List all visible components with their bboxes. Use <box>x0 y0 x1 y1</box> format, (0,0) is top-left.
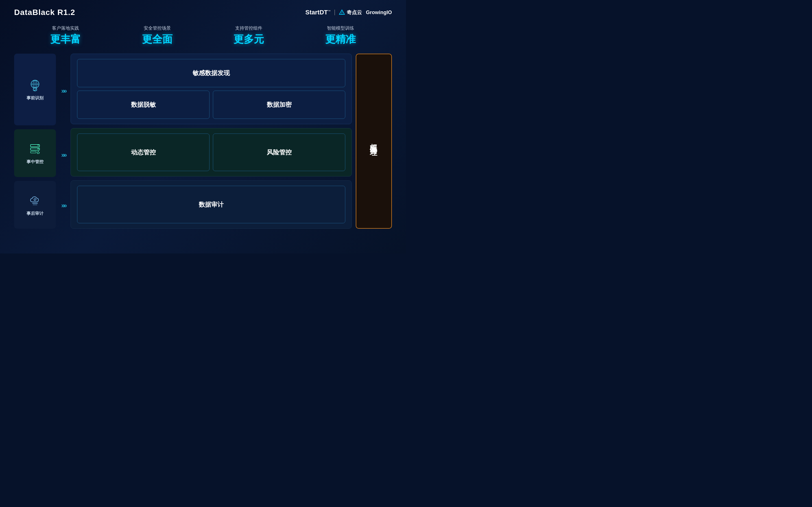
subtitle-large-2: 更多元 <box>233 33 264 46</box>
content-area: 事前识别 事中管控 <box>14 54 392 229</box>
header-right: StartDT™ 奇点云 GrowingIO <box>305 9 392 16</box>
left-panels: 事前识别 事中管控 <box>14 54 56 229</box>
subtitle-small-3: 智能模型训练 <box>327 25 354 31</box>
btn-risk-control[interactable]: 风险管控 <box>213 133 345 171</box>
svg-point-2 <box>342 13 342 14</box>
center-panels: 敏感数据发现 数据脱敏 数据加密 动态管控 风险管控 数据审计 <box>71 54 352 229</box>
arrow-post: »» <box>56 182 71 229</box>
server-hand-icon <box>28 142 42 156</box>
page-wrapper: DataBlack R1.2 StartDT™ 奇点云 GrowingIO 客户… <box>0 0 406 253</box>
subtitle-large-1: 更全面 <box>142 33 173 46</box>
lp-label-pre: 事前识别 <box>26 96 44 101</box>
subtitle-small-2: 支持管控组件 <box>235 25 262 31</box>
right-panel-label: 权限管理 <box>369 138 379 145</box>
btn-row-desensitize-encrypt: 数据脱敏 数据加密 <box>77 91 345 119</box>
subtitle-small-1: 安全管控场景 <box>144 25 171 31</box>
panel-mid: 动态管控 风险管控 <box>71 128 352 176</box>
subtitle-small-0: 客户落地实践 <box>52 25 79 31</box>
cloud-audit-icon <box>28 193 42 208</box>
arrow-pre: »» <box>56 54 71 128</box>
arrows-column: »» »» »» <box>56 54 71 229</box>
btn-sensitive-discovery[interactable]: 敏感数据发现 <box>77 59 345 87</box>
subtitle-large-0: 更丰富 <box>50 33 81 46</box>
btn-desensitize[interactable]: 数据脱敏 <box>77 91 210 119</box>
panel-post: 数据审计 <box>71 180 352 229</box>
header-divider <box>335 10 335 15</box>
subtitle-col-2: 支持管控组件 更多元 <box>203 25 295 46</box>
svg-rect-14 <box>33 205 37 205</box>
btn-data-audit[interactable]: 数据审计 <box>77 186 345 223</box>
subtitle-col-3: 智能模型训练 更精准 <box>295 25 387 46</box>
lp-label-mid: 事中管控 <box>26 159 44 165</box>
logo-title: DataBlack R1.2 <box>14 8 75 17</box>
btn-dynamic-control[interactable]: 动态管控 <box>77 133 210 171</box>
left-panel-mid: 事中管控 <box>14 129 56 177</box>
brand-qidian: 奇点云 <box>339 9 362 16</box>
btn-row-sensitive: 敏感数据发现 <box>77 59 345 87</box>
qidian-icon <box>339 9 345 15</box>
subtitle-col-0: 客户落地实践 更丰富 <box>20 25 112 46</box>
svg-point-10 <box>38 145 39 146</box>
right-panel-main: 权限管理 <box>356 54 392 229</box>
svg-rect-9 <box>31 151 36 153</box>
left-panel-pre: 事前识别 <box>14 54 56 125</box>
btn-row-audit: 数据审计 <box>77 186 345 223</box>
arrow-mid: »» <box>56 132 71 178</box>
btn-encrypt[interactable]: 数据加密 <box>213 91 345 119</box>
header: DataBlack R1.2 StartDT™ 奇点云 GrowingIO <box>14 8 392 17</box>
globe-shield-icon <box>28 78 42 93</box>
subtitle-large-3: 更精准 <box>325 33 356 46</box>
left-panel-post: 事后审计 <box>14 181 56 229</box>
svg-rect-13 <box>32 203 38 204</box>
lp-label-post: 事后审计 <box>26 211 44 216</box>
subtitle-row: 客户落地实践 更丰富 安全管控场景 更全面 支持管控组件 更多元 智能模型训练 … <box>14 25 392 46</box>
panel-pre: 敏感数据发现 数据脱敏 数据加密 <box>71 54 352 124</box>
brand-startdt: StartDT™ <box>305 9 331 16</box>
svg-point-11 <box>38 148 39 149</box>
brand-growing: GrowingIO <box>366 10 392 15</box>
subtitle-col-1: 安全管控场景 更全面 <box>112 25 203 46</box>
btn-row-control: 动态管控 风险管控 <box>77 133 345 171</box>
